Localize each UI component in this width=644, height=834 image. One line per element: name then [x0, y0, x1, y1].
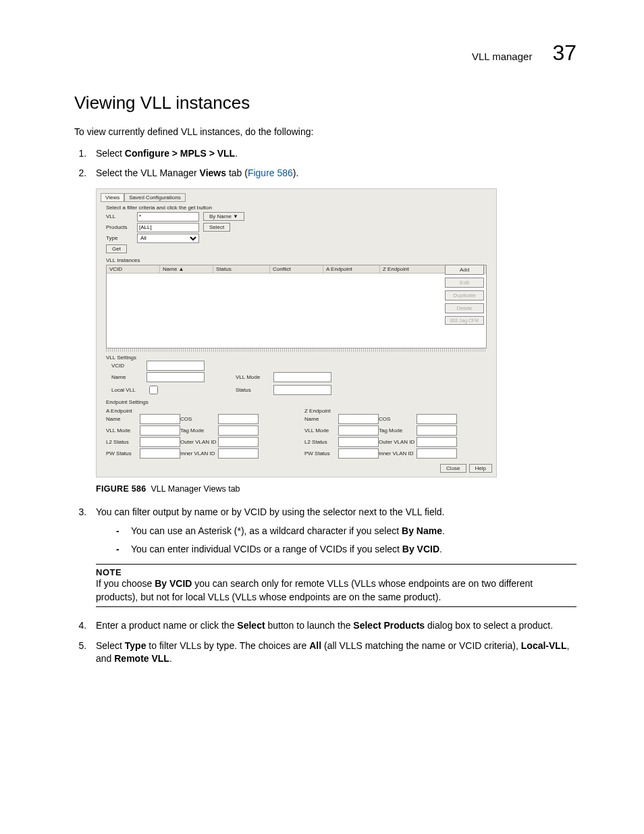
- z-outer-field[interactable]: [417, 437, 457, 447]
- vll-instances-table: VCID Name ▲ Status Conflict A Endpoint Z…: [106, 265, 487, 348]
- intro-text: To view currently defined VLL instances,…: [74, 126, 576, 139]
- col-name[interactable]: Name ▲: [160, 265, 213, 273]
- a-vllmode-field[interactable]: [140, 425, 180, 436]
- a-tagmode-field[interactable]: [218, 425, 259, 436]
- z-cos-field[interactable]: [417, 414, 457, 424]
- a-tagmode-label: Tag Mode: [180, 427, 218, 434]
- z-cos-label: COS: [379, 416, 417, 422]
- z-name-label: Name: [304, 416, 338, 422]
- vll-instances-title: VLL Instances: [106, 257, 492, 263]
- endpoint-settings-title: Endpoint Settings: [106, 399, 487, 405]
- a-pw-field[interactable]: [140, 448, 180, 459]
- z-vllmode-label: VLL Mode: [304, 427, 338, 434]
- vcid-label: VCID: [111, 363, 142, 369]
- select-button[interactable]: Select: [203, 223, 230, 232]
- a-inner-field[interactable]: [218, 448, 259, 459]
- cfm-button[interactable]: 802.1ag CFM: [445, 316, 484, 325]
- col-z-endpoint[interactable]: Z Endpoint: [380, 265, 436, 273]
- step-1: Select Configure > MPLS > VLL.: [89, 147, 576, 161]
- z-l2-field[interactable]: [338, 437, 379, 447]
- col-vcid[interactable]: VCID: [107, 265, 160, 273]
- col-status[interactable]: Status: [213, 265, 270, 273]
- step-4: Enter a product name or click the Select…: [89, 619, 576, 633]
- a-l2-field[interactable]: [140, 437, 180, 447]
- step-5: Select Type to filter VLLs by type. The …: [89, 640, 576, 666]
- a-pw-label: PW Status: [106, 450, 140, 457]
- vllmode-label: VLL Mode: [236, 374, 269, 380]
- z-l2-label: L2 Status: [304, 439, 338, 445]
- name-field[interactable]: [146, 372, 205, 382]
- a-name-label: Name: [106, 416, 140, 422]
- a-cos-field[interactable]: [218, 414, 259, 424]
- products-input[interactable]: [137, 223, 199, 232]
- chapter-number: 37: [552, 41, 576, 66]
- step-2: Select the VLL Manager Views tab (Figure…: [89, 167, 576, 180]
- edit-button[interactable]: Edit: [445, 278, 484, 288]
- by-name-selector[interactable]: By Name ▼: [203, 212, 244, 221]
- z-endpoint-title: Z Endpoint: [304, 408, 487, 414]
- name-label: Name: [111, 374, 142, 380]
- z-vllmode-field[interactable]: [338, 425, 379, 436]
- step-3-sub-2: You can enter individual VCIDs or a rang…: [116, 542, 576, 556]
- page-heading: Viewing VLL instances: [74, 93, 576, 113]
- a-outer-field[interactable]: [218, 437, 259, 447]
- filter-hint: Select a filter criteria and click the g…: [106, 205, 492, 211]
- type-select[interactable]: All: [137, 234, 199, 243]
- step-3-sub-1: You can use an Asterisk (*), as a wildca…: [116, 524, 576, 538]
- tab-views[interactable]: Views: [101, 193, 124, 202]
- duplicate-button[interactable]: Duplicate: [445, 290, 484, 301]
- vll-manager-screenshot: Views Saved Configurations Select a filt…: [96, 188, 497, 477]
- delete-button[interactable]: Delete: [445, 303, 484, 313]
- vllmode-field[interactable]: [273, 372, 331, 382]
- vcid-field[interactable]: [146, 361, 205, 371]
- note-block: NOTE If you choose By VCID you can searc…: [96, 564, 576, 607]
- a-name-field[interactable]: [140, 414, 180, 424]
- col-conflict[interactable]: Conflict: [270, 265, 323, 273]
- tab-saved-configurations[interactable]: Saved Configurations: [124, 193, 186, 202]
- splitter[interactable]: [106, 348, 487, 352]
- a-inner-label: Inner VLAN ID: [180, 450, 218, 457]
- vll-settings-title: VLL Settings: [106, 355, 487, 361]
- figure-caption: FIGURE 586 VLL Manager Views tab: [96, 484, 576, 494]
- add-button[interactable]: Add: [445, 265, 484, 275]
- a-outer-label: Outer VLAN ID: [180, 439, 218, 445]
- status-field[interactable]: [273, 385, 331, 395]
- products-label: Products: [106, 224, 133, 230]
- step-3: You can filter output by name or by VCID…: [89, 506, 576, 556]
- a-endpoint-title: A Endpoint: [106, 408, 288, 414]
- get-button[interactable]: Get: [106, 244, 127, 253]
- z-outer-label: Outer VLAN ID: [379, 439, 417, 445]
- z-tagmode-label: Tag Mode: [379, 427, 417, 434]
- a-cos-label: COS: [180, 416, 218, 422]
- z-inner-label: Inner VLAN ID: [379, 450, 417, 457]
- header-title: VLL manager: [472, 51, 533, 62]
- figure-link[interactable]: Figure 586: [248, 167, 293, 178]
- status-label: Status: [236, 387, 269, 393]
- z-pw-label: PW Status: [304, 450, 338, 457]
- col-a-endpoint[interactable]: A Endpoint: [323, 265, 380, 273]
- z-name-field[interactable]: [338, 414, 379, 424]
- z-pw-field[interactable]: [338, 448, 379, 459]
- vll-input[interactable]: [137, 212, 199, 221]
- a-vllmode-label: VLL Mode: [106, 427, 140, 434]
- vll-label: VLL: [106, 213, 133, 219]
- localvll-checkbox[interactable]: [149, 386, 158, 394]
- z-tagmode-field[interactable]: [417, 425, 457, 436]
- a-l2-label: L2 Status: [106, 439, 140, 445]
- close-button[interactable]: Close: [440, 464, 466, 473]
- type-label: Type: [106, 235, 133, 241]
- localvll-label: Local VLL: [111, 387, 142, 393]
- z-inner-field[interactable]: [417, 448, 457, 459]
- help-button[interactable]: Help: [469, 464, 492, 473]
